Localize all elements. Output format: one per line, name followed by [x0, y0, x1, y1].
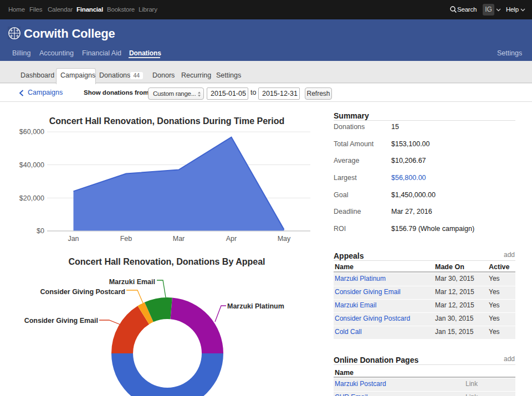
svg-text:Feb: Feb — [120, 235, 132, 243]
svg-text:$20,000: $20,000 — [19, 194, 44, 202]
svg-text:Concert Hall Renovation, Donat: Concert Hall Renovation, Donations By Ap… — [68, 257, 265, 266]
svg-text:Concert Hall Renovation, Donat: Concert Hall Renovation, Donations Durin… — [49, 116, 285, 126]
svg-text:Marzuki Email: Marzuki Email — [109, 278, 155, 286]
svg-text:Marzuki Platinum: Marzuki Platinum — [227, 302, 284, 310]
svg-text:Apr: Apr — [226, 235, 237, 243]
svg-text:Mar: Mar — [173, 235, 185, 243]
svg-text:$0: $0 — [37, 227, 44, 235]
svg-text:Consider Giving Email: Consider Giving Email — [24, 317, 98, 325]
svg-text:$40,000: $40,000 — [19, 161, 44, 169]
svg-text:May: May — [278, 235, 291, 243]
svg-text:Consider Giving Postcard: Consider Giving Postcard — [40, 288, 125, 296]
svg-text:$60,000: $60,000 — [19, 128, 44, 136]
svg-text:Jan: Jan — [68, 235, 79, 243]
